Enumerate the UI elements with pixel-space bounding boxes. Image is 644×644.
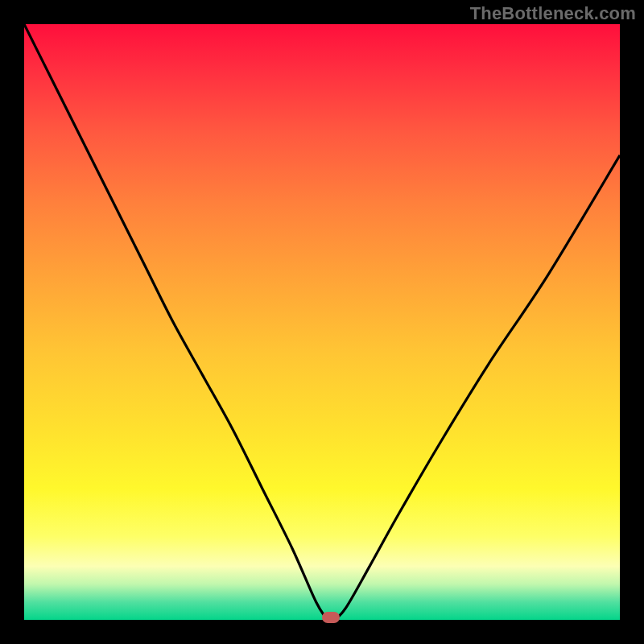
chart-frame: TheBottleneck.com [0,0,644,644]
watermark-text: TheBottleneck.com [470,3,636,24]
bottleneck-curve-path [24,24,620,620]
min-marker [322,612,340,623]
curve-layer [24,24,620,620]
plot-area [24,24,620,620]
